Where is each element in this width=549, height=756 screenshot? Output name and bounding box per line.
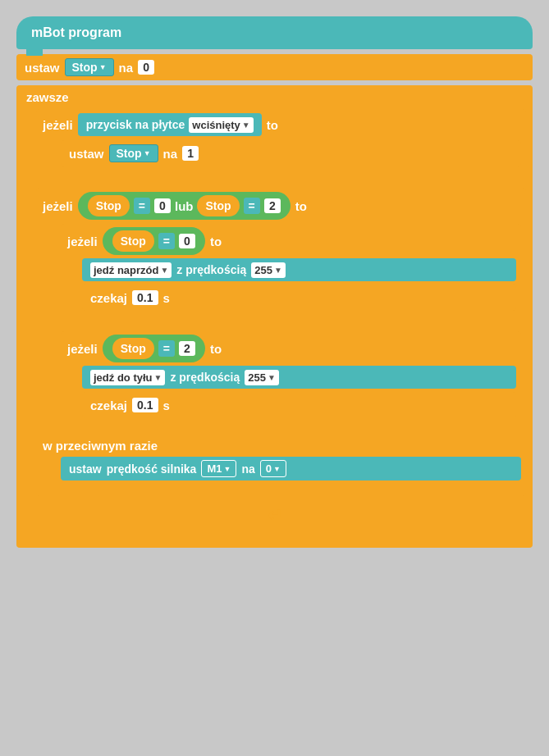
czekaj-label-2: czekaj <box>90 398 127 412</box>
val-0-cond3: 0 <box>179 234 195 248</box>
ustaw-label-1: ustaw <box>25 61 60 75</box>
na-label-i1: na <box>163 147 178 161</box>
hat-label: mBot program <box>31 25 121 40</box>
stop-dropdown-i1[interactable]: Stop <box>109 144 158 162</box>
cond-stop-2[interactable]: Stop = 2 <box>103 335 205 362</box>
cond-stop-0[interactable]: Stop = 0 <box>103 227 205 255</box>
zawsze-label: zawsze <box>26 90 69 104</box>
ustaw-block-inner-1[interactable]: ustaw Stop na 1 <box>61 140 521 166</box>
ustaw-label-pred: ustaw <box>69 462 102 476</box>
stop-pill-2: Stop <box>197 195 239 216</box>
to-label-4: to <box>210 342 222 356</box>
przycisk-text: przycisk na płytce <box>86 118 185 131</box>
predkosc-dropdown-1[interactable]: 255 <box>251 262 286 278</box>
eq-3: = <box>158 233 175 249</box>
z-predkoscia-1: z prędkością <box>176 263 246 276</box>
eq-1: = <box>134 198 150 214</box>
przycisk-block[interactable]: przycisk na płytce wciśnięty <box>78 113 262 136</box>
cond-stop-0-lub-stop-2[interactable]: Stop = 0 lub Stop = 2 <box>78 192 291 220</box>
czekaj-val-2[interactable]: 0.1 <box>132 398 158 412</box>
czekaj-s-1: s <box>163 291 170 305</box>
to-label-2: to <box>295 199 307 213</box>
val-0-pred-dropdown[interactable]: 0 <box>260 460 286 477</box>
jedz-dropdown-1[interactable]: jedź naprzód <box>90 262 172 278</box>
ustaw-block-1[interactable]: ustaw Stop na 0 <box>16 54 533 80</box>
na-label-pred: na <box>241 462 254 476</box>
czekaj-s-2: s <box>163 398 170 412</box>
val-0-1[interactable]: 0 <box>138 60 154 75</box>
czekaj-block-1[interactable]: czekaj 0.1 s <box>82 285 516 311</box>
jedz-do-tylu-block[interactable]: jedź do tyłu z prędkością 255 <box>82 366 516 389</box>
eq-4: = <box>158 340 175 357</box>
jezeli-label-1: jeżeli <box>43 118 73 132</box>
stop-dropdown-1[interactable]: Stop <box>65 58 114 76</box>
predkosc-label: prędkość silnika <box>107 462 197 476</box>
to-label-3: to <box>210 235 222 248</box>
jezeli-block-4: jeżeli Stop = 2 to <box>61 331 521 431</box>
czekaj-val-1[interactable]: 0.1 <box>132 290 158 305</box>
jezeli-label-4: jeżeli <box>67 342 98 356</box>
val-0-cond1: 0 <box>154 198 171 213</box>
hat-block[interactable]: mBot program <box>16 16 533 49</box>
z-predkoscia-2: z prędkością <box>170 371 240 384</box>
stop-pill-4: Stop <box>112 338 154 359</box>
wcisnieto-dropdown[interactable]: wciśnięty <box>189 117 253 133</box>
w-razie-label: w przeciwnym razie <box>43 439 158 453</box>
ustaw-predkosc-block[interactable]: ustaw prędkość silnika M1 na 0 <box>61 457 521 480</box>
jezeli-label-2: jeżeli <box>43 199 73 213</box>
zawsze-container: zawsze jeżeli przycisk na płytce wciśnię… <box>16 85 533 548</box>
stop-pill-3: Stop <box>112 230 154 252</box>
to-label-1: to <box>267 118 278 132</box>
jedz-naprzod-block[interactable]: jedź naprzód z prędkością 255 <box>82 258 516 281</box>
predkosc-dropdown-2[interactable]: 255 <box>245 370 279 385</box>
jezeli-block-2-outer: jeżeli Stop = 0 lub Stop = 2 to <box>36 188 526 496</box>
val-2-cond4: 2 <box>179 341 195 356</box>
stop-pill-1: Stop <box>88 195 130 216</box>
jezeli-label-3: jeżeli <box>67 235 98 248</box>
jedz-dropdown-2[interactable]: jedź do tyłu <box>90 370 165 385</box>
val-1-i1[interactable]: 1 <box>182 146 199 161</box>
canvas: mBot program ustaw Stop na 0 zawsze jeże… <box>0 0 549 564</box>
jezeli-block-3: jeżeli Stop = 0 to <box>61 224 521 324</box>
ustaw-label-i1: ustaw <box>69 147 104 161</box>
m1-dropdown[interactable]: M1 <box>201 460 236 477</box>
eq-2: = <box>244 198 260 214</box>
czekaj-block-2[interactable]: czekaj 0.1 s <box>82 392 516 418</box>
jezeli-block-1: jeżeli przycisk na płytce wciśnięty to u… <box>36 109 526 180</box>
na-label-1: na <box>119 61 134 75</box>
val-2-cond1: 2 <box>264 198 281 213</box>
czekaj-label-1: czekaj <box>90 291 127 305</box>
arrow-icon: ↵ <box>268 505 282 526</box>
lub-label: lub <box>175 199 194 213</box>
